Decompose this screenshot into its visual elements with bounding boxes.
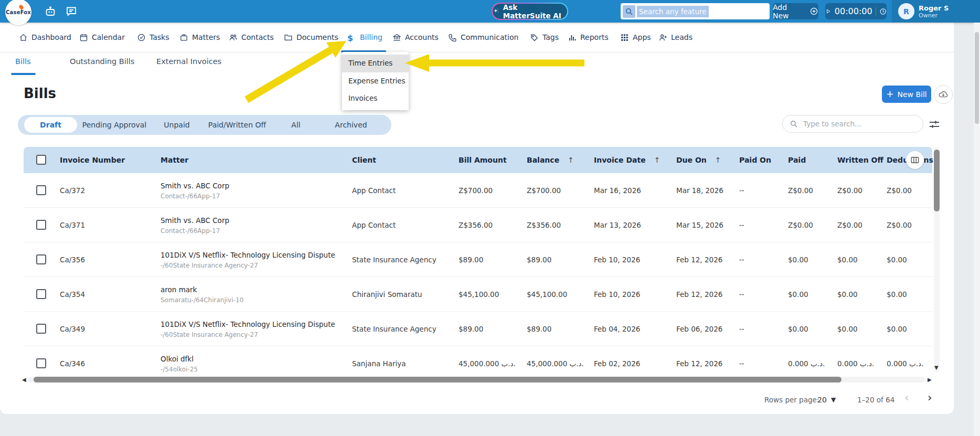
nav-item-tags[interactable]: Tags bbox=[530, 23, 559, 52]
cell-invoice-date: Feb 10, 2026 bbox=[594, 277, 640, 312]
filter-sliders-icon[interactable] bbox=[928, 118, 941, 131]
user-role: Owner bbox=[919, 12, 949, 19]
sort-up-icon[interactable]: ↑ bbox=[568, 156, 574, 164]
search-icon bbox=[623, 5, 635, 18]
cell-paid: $0.00 bbox=[788, 277, 808, 312]
global-search-input[interactable]: Search any feature bbox=[621, 3, 770, 19]
sort-up-icon[interactable]: ↑ bbox=[715, 156, 721, 164]
new-bill-button[interactable]: + New Bill bbox=[882, 86, 931, 103]
hscroll-right-arrow[interactable]: ▶ bbox=[928, 377, 932, 382]
nav-item-accounts[interactable]: Accounts bbox=[392, 23, 439, 52]
nav-item-leads[interactable]: Leads bbox=[658, 23, 693, 52]
cell-paid: $0.00 bbox=[788, 312, 808, 346]
add-new-label: Add New bbox=[773, 3, 805, 20]
hscroll-left-arrow[interactable]: ◀ bbox=[22, 377, 26, 382]
nav-item-calendar[interactable]: Calendar bbox=[79, 23, 125, 52]
cell-matter-title: Olkoi dfkl bbox=[161, 354, 194, 364]
cell-due-on: Feb 06, 2026 bbox=[676, 312, 722, 346]
row-checkbox[interactable] bbox=[36, 324, 46, 334]
nav-item-apps[interactable]: Apps bbox=[620, 23, 651, 52]
table-search-input[interactable] bbox=[803, 120, 903, 128]
play-icon[interactable] bbox=[825, 8, 832, 15]
table-row[interactable]: Ca/349101DiX V/S Netflix- Technology Lic… bbox=[24, 312, 932, 346]
nav-item-matters[interactable]: Matters bbox=[179, 23, 220, 52]
clock-icon[interactable] bbox=[879, 7, 887, 16]
vertical-scrollbar-thumb[interactable] bbox=[934, 150, 940, 211]
filter-draft[interactable]: Draft bbox=[24, 117, 77, 133]
filter-unpaid[interactable]: Unpaid bbox=[164, 115, 189, 135]
table-row[interactable]: Ca/372Smith vs. ABC CorpContact-/66App-1… bbox=[24, 173, 932, 208]
cell-due-on: Mar 18, 2026 bbox=[676, 173, 723, 208]
user-menu[interactable]: R Roger S Owner bbox=[892, 0, 980, 23]
bank-icon bbox=[392, 33, 401, 42]
subtab-outstanding-bills[interactable]: Outstanding Bills bbox=[70, 57, 134, 66]
robot-icon[interactable] bbox=[44, 5, 57, 18]
column-header-invoice-date[interactable]: Invoice Date↑ bbox=[594, 147, 660, 173]
cell-balance: $89.00 bbox=[527, 242, 551, 277]
cell-invoice-date: Mar 13, 2026 bbox=[594, 208, 641, 242]
table-row[interactable]: Ca/371Smith vs. ABC CorpContact-/66App-1… bbox=[24, 208, 932, 242]
column-header-matter: Matter bbox=[161, 147, 188, 173]
filter-archived[interactable]: Archived bbox=[335, 115, 367, 135]
timer-widget[interactable]: 00:00:00 bbox=[825, 3, 887, 19]
subtab-external-invoices[interactable]: External Invoices bbox=[156, 57, 221, 66]
caret-down-icon[interactable]: ▼ bbox=[831, 392, 836, 407]
menu-item-time-entries[interactable]: Time Entries bbox=[342, 55, 409, 72]
horizontal-scrollbar-thumb[interactable] bbox=[34, 377, 841, 382]
cloud-download-button[interactable] bbox=[934, 85, 953, 104]
home-icon bbox=[19, 33, 28, 42]
cell-invoice: Ca/354 bbox=[60, 277, 85, 312]
vertical-scrollbar bbox=[934, 147, 940, 373]
casefox-logo[interactable]: CaseFox bbox=[5, 0, 31, 25]
rows-per-page-value[interactable]: 20 bbox=[817, 392, 827, 407]
status-filterbar: DraftPending ApprovalUnpaidPaid/Written … bbox=[18, 115, 391, 135]
prev-page-button[interactable]: ‹ bbox=[904, 391, 909, 404]
row-checkbox[interactable] bbox=[36, 358, 46, 368]
nav-item-tasks[interactable]: Tasks bbox=[137, 23, 169, 52]
nav-item-documents[interactable]: Documents bbox=[284, 23, 338, 52]
table-row[interactable]: Ca/354aron markSomaratu-/64Chiranjivi-10… bbox=[24, 277, 932, 312]
menu-item-invoices[interactable]: Invoices bbox=[342, 90, 409, 108]
column-header-balance[interactable]: Balance↑ bbox=[527, 147, 574, 173]
nav-item-reports[interactable]: Reports bbox=[568, 23, 609, 52]
nav-label: Matters bbox=[192, 33, 220, 41]
cell-invoice-date: Feb 10, 2026 bbox=[594, 242, 640, 277]
subtab-bills[interactable]: Bills bbox=[15, 57, 31, 66]
row-checkbox[interactable] bbox=[36, 185, 46, 195]
filter-paid-written-off[interactable]: Paid/Written Off bbox=[208, 115, 266, 135]
filter-all[interactable]: All bbox=[291, 115, 300, 135]
nav-item-dashboard[interactable]: Dashboard bbox=[19, 23, 71, 52]
nav-item-communication[interactable]: Communication bbox=[448, 23, 518, 52]
cell-bill: Z$356.00 bbox=[459, 208, 493, 242]
ask-mattersuite-ai-button[interactable]: Ask MatterSuite AI bbox=[492, 3, 568, 20]
chat-icon[interactable] bbox=[65, 5, 78, 18]
select-all-checkbox[interactable] bbox=[36, 155, 46, 165]
sort-up-icon[interactable]: ↑ bbox=[654, 156, 661, 164]
table-row[interactable]: Ca/346Olkoi dfkl-/54olkoi-25Sanjana Hari… bbox=[24, 346, 932, 381]
table-header: Invoice NumberMatterClientBill AmountBal… bbox=[24, 147, 932, 173]
page-scrollbar-thumb[interactable] bbox=[975, 32, 979, 124]
horizontal-scrollbar bbox=[27, 377, 925, 382]
add-new-button[interactable]: Add New bbox=[773, 3, 818, 19]
cell-balance: Z$700.00 bbox=[527, 173, 561, 208]
cell-matter-title: 101DiX V/S Netflix- Technology Licensing… bbox=[161, 320, 335, 329]
cell-written-off: $0.00 bbox=[837, 312, 858, 346]
columns-icon[interactable] bbox=[906, 151, 924, 169]
cell-bill: $89.00 bbox=[459, 242, 483, 277]
user-avatar[interactable]: R bbox=[898, 3, 914, 19]
row-checkbox[interactable] bbox=[36, 254, 46, 264]
nav-label: Communication bbox=[461, 33, 518, 41]
filter-pending-approval[interactable]: Pending Approval bbox=[82, 115, 147, 135]
menu-item-expense-entries[interactable]: Expense Entries bbox=[342, 72, 409, 90]
nav-item-contacts[interactable]: Contacts bbox=[229, 23, 274, 52]
column-header-due-on[interactable]: Due On↑ bbox=[676, 147, 721, 173]
vscroll-down-arrow[interactable]: ▼ bbox=[934, 365, 939, 370]
row-checkbox[interactable] bbox=[36, 289, 46, 299]
table-row[interactable]: Ca/356101DiX V/S Netflix- Technology Lic… bbox=[24, 242, 932, 277]
cell-paid: 0.000 د.ب. bbox=[788, 346, 825, 381]
row-checkbox[interactable] bbox=[36, 220, 46, 230]
nav-item-billing[interactable]: $Billing bbox=[347, 23, 382, 52]
cell-paid: Z$0.00 bbox=[788, 208, 813, 242]
next-page-button[interactable]: › bbox=[928, 391, 932, 404]
cell-bill: $89.00 bbox=[459, 312, 483, 346]
